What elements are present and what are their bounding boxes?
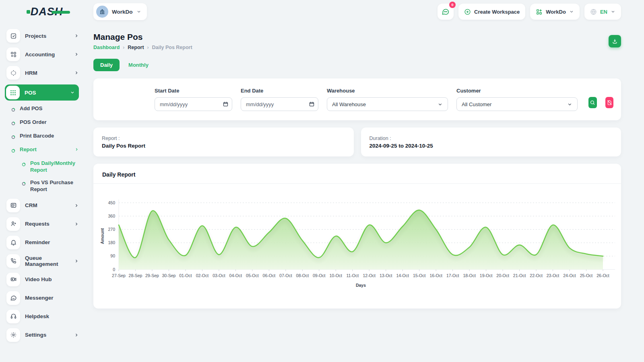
download-icon [612,38,618,44]
sidebar-item-accounting[interactable]: Accounting [6,47,79,61]
warehouse-selected-value: All Warehouse [332,101,366,107]
svg-text:05-Oct: 05-Oct [246,273,259,278]
sidebar-item-queue-management[interactable]: Queue Management [6,254,79,268]
pos-icon [6,86,20,99]
bullet-icon [22,180,26,187]
svg-text:28-Sep: 28-Sep [129,273,142,278]
sidebar-item-print-barcode[interactable]: Print Barcode [11,133,79,141]
start-date-input[interactable] [155,97,232,111]
svg-text:12-Oct: 12-Oct [363,273,376,278]
sidebar-item-requests[interactable]: Requests [6,217,79,231]
sidebar-item-reminder[interactable]: Reminder [6,236,79,249]
messages-icon [442,8,450,16]
sidebar-item-add-pos[interactable]: Add POS [11,105,79,113]
warehouse-field: Warehouse All Warehouse [327,88,448,111]
brand-logo[interactable]: DASH [0,6,93,18]
end-date-input[interactable] [241,97,318,111]
sidebar-item-crm[interactable]: CRM [6,199,79,212]
chevron-right-icon [74,222,79,226]
accounting-icon [6,47,20,61]
svg-text:07-Oct: 07-Oct [279,273,292,278]
svg-text:15-Oct: 15-Oct [413,273,426,278]
apps-icon [536,8,543,15]
duration-label: Duration : [369,136,613,141]
chevron-down-icon [567,102,572,107]
language-selector[interactable]: EN [584,4,621,20]
sidebar-item-messenger[interactable]: Messenger [6,291,79,305]
bullet-icon [11,147,15,154]
svg-text:0: 0 [113,267,115,272]
phone-call-icon [6,254,20,268]
svg-text:13-Oct: 13-Oct [380,273,392,278]
customer-selected-value: All Customer [462,101,491,107]
svg-text:30-Sep: 30-Sep [162,273,176,278]
tab-monthly[interactable]: Monthly [128,62,149,68]
breadcrumb-current: Daily Pos Report [152,45,192,50]
svg-text:17-Oct: 17-Oct [446,273,459,278]
sidebar: Projects Accounting HRM POS Add POS POS … [0,23,85,362]
logo-dot [27,10,30,14]
projects-icon [6,29,20,43]
customer-field: Customer All Customer [456,88,578,111]
sidebar-item-projects[interactable]: Projects [6,29,79,43]
report-label: Report : [102,136,345,141]
apps-menu-button[interactable]: WorkDo [530,4,580,20]
sidebar-item-pos[interactable]: POS [5,84,79,101]
bullet-icon [11,106,15,113]
workspace-selector[interactable]: WorkDo [93,3,147,20]
svg-text:21-Oct: 21-Oct [513,273,526,278]
sidebar-item-helpdesk[interactable]: Helpdesk [6,310,79,323]
sidebar-item-video-hub[interactable]: Video Hub [6,273,79,286]
chart-title: Daily Report [93,164,621,184]
start-date-label: Start Date [155,88,232,94]
filter-card: Start Date End Date Warehouse All Wareho… [93,78,621,120]
svg-text:16-Oct: 16-Oct [429,273,442,278]
breadcrumb-report[interactable]: Report [128,45,144,50]
video-camera-icon [6,273,20,286]
create-workspace-icon [464,8,471,15]
messages-button[interactable]: 0 [438,4,454,20]
chevron-right-icon [74,33,79,38]
requests-icon [6,217,20,231]
svg-text:04-Oct: 04-Oct [229,273,242,278]
create-workspace-label: Create Workspace [474,9,520,15]
breadcrumb-separator: › [123,45,124,50]
breadcrumb: Dashboard › Report › Daily Pos Report [93,45,192,50]
sidebar-item-pos-vs-purchase-report[interactable]: Pos VS Purchase Report [22,179,79,193]
breadcrumb-separator: › [147,45,149,50]
svg-text:450: 450 [108,200,115,205]
download-report-button[interactable] [609,35,621,47]
svg-text:270: 270 [108,227,115,232]
apply-filter-button[interactable] [588,97,597,108]
tab-daily[interactable]: Daily [93,59,120,71]
svg-text:01-Oct: 01-Oct [179,273,192,278]
calendar-icon[interactable] [309,101,315,109]
sidebar-item-pos-order[interactable]: POS Order [11,119,79,127]
workspace-avatar [96,6,108,18]
logo-dash-bar [52,11,70,14]
create-workspace-button[interactable]: Create Workspace [458,4,525,20]
warehouse-select[interactable]: All Warehouse [327,97,448,111]
breadcrumb-dashboard[interactable]: Dashboard [93,45,120,50]
chevron-down-icon [136,9,141,14]
customer-select[interactable]: All Customer [456,97,578,111]
svg-text:360: 360 [108,214,115,218]
sidebar-item-settings[interactable]: Settings [6,328,79,342]
reset-filter-button[interactable] [605,97,614,108]
svg-text:Amount: Amount [100,228,105,244]
svg-text:10-Oct: 10-Oct [330,273,343,278]
duration-summary-card: Duration : 2024-09-25 to 2024-10-25 [361,128,621,156]
language-label: EN [600,9,607,15]
sidebar-item-report[interactable]: Report [11,146,79,154]
chevron-down-icon [611,9,615,14]
sidebar-item-pos-daily-monthly-report[interactable]: Pos Daily/Monthly Report [22,160,79,174]
messenger-icon [6,291,20,305]
svg-text:180: 180 [108,240,115,245]
calendar-icon[interactable] [223,101,229,109]
sidebar-item-hrm[interactable]: HRM [6,66,79,80]
pos-submenu: Add POS POS Order Print Barcode Report P… [6,105,79,193]
report-submenu: Pos Daily/Monthly Report Pos VS Purchase… [11,160,79,193]
svg-text:06-Oct: 06-Oct [263,273,276,278]
report-period-tabs: Daily Monthly [93,59,621,71]
chevron-right-icon [74,70,79,75]
